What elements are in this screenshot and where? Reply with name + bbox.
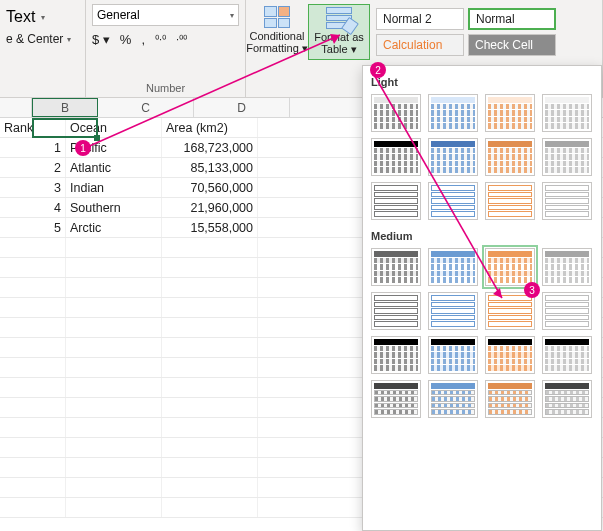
column-header-c[interactable]: C (98, 98, 194, 117)
number-group: General ▾ $ ▾ % , ⁰·⁰ ·⁰⁰ Number (86, 0, 246, 97)
format-as-table-button[interactable]: Format asTable ▾ (308, 4, 370, 60)
table-style-light-4[interactable] (542, 94, 592, 132)
fill-handle[interactable] (94, 135, 100, 141)
step-badge-3: 3 (524, 282, 540, 298)
table-style-medium-7[interactable] (485, 292, 535, 330)
decrease-decimal-button[interactable]: ·⁰⁰ (176, 33, 187, 46)
cell-style-normal2[interactable]: Normal 2 (376, 8, 464, 30)
select-all-corner[interactable] (0, 98, 32, 117)
column-header-b[interactable]: B (32, 98, 98, 117)
chevron-down-icon: ▾ (67, 35, 71, 44)
table-style-light-2[interactable] (428, 94, 478, 132)
table-style-medium-11[interactable] (485, 336, 535, 374)
cell-style-calculation[interactable]: Calculation (376, 34, 464, 56)
table-style-medium-4[interactable] (542, 248, 592, 286)
table-style-light-5[interactable] (371, 138, 421, 176)
comma-button[interactable]: , (141, 32, 145, 47)
section-medium-label: Medium (363, 226, 601, 248)
format-as-table-dropdown: Light Medium (362, 65, 602, 531)
table-style-light-9[interactable] (371, 182, 421, 220)
table-style-light-12[interactable] (542, 182, 592, 220)
table-style-medium-13[interactable] (371, 380, 421, 418)
number-group-label: Number (92, 80, 239, 97)
table-style-medium-6[interactable] (428, 292, 478, 330)
wrap-text-label[interactable]: Text (6, 8, 35, 26)
table-style-light-6[interactable] (428, 138, 478, 176)
table-style-medium-12[interactable] (542, 336, 592, 374)
alignment-group: Text ▾ e & Center ▾ (0, 0, 86, 97)
table-style-medium-10[interactable] (428, 336, 478, 374)
step-badge-2: 2 (370, 62, 386, 78)
table-style-light-1[interactable] (371, 94, 421, 132)
cell-style-normal[interactable]: Normal (468, 8, 556, 30)
section-light-label: Light (363, 72, 601, 94)
increase-decimal-button[interactable]: ⁰·⁰ (155, 33, 166, 46)
cell-style-gallery: Normal 2 Normal Calculation Check Cell (370, 4, 562, 60)
format-as-table-icon (326, 7, 352, 29)
table-style-medium-9[interactable] (371, 336, 421, 374)
column-header-d[interactable]: D (194, 98, 290, 117)
table-style-medium-2[interactable] (428, 248, 478, 286)
chevron-down-icon: ▾ (230, 11, 234, 20)
conditional-formatting-button[interactable]: ConditionalFormatting ▾ (246, 4, 308, 60)
table-style-medium-8[interactable] (542, 292, 592, 330)
table-style-medium-15[interactable] (485, 380, 535, 418)
percent-button[interactable]: % (120, 32, 132, 47)
medium-styles-grid (363, 248, 601, 424)
table-style-medium-3[interactable] (485, 248, 535, 286)
table-style-medium-1[interactable] (371, 248, 421, 286)
light-styles-grid (363, 94, 601, 226)
table-style-medium-5[interactable] (371, 292, 421, 330)
table-style-light-7[interactable] (485, 138, 535, 176)
table-style-medium-16[interactable] (542, 380, 592, 418)
table-style-medium-14[interactable] (428, 380, 478, 418)
currency-button[interactable]: $ ▾ (92, 32, 110, 47)
table-style-light-8[interactable] (542, 138, 592, 176)
table-style-light-10[interactable] (428, 182, 478, 220)
table-style-light-11[interactable] (485, 182, 535, 220)
dropdown-arrow-icon[interactable]: ▾ (41, 13, 45, 22)
merge-center-button[interactable]: e & Center ▾ (6, 26, 79, 46)
step-badge-1: 1 (75, 140, 91, 156)
conditional-formatting-icon (264, 6, 290, 28)
table-style-light-3[interactable] (485, 94, 535, 132)
cell-style-check-cell[interactable]: Check Cell (468, 34, 556, 56)
number-format-combo[interactable]: General ▾ (92, 4, 239, 26)
